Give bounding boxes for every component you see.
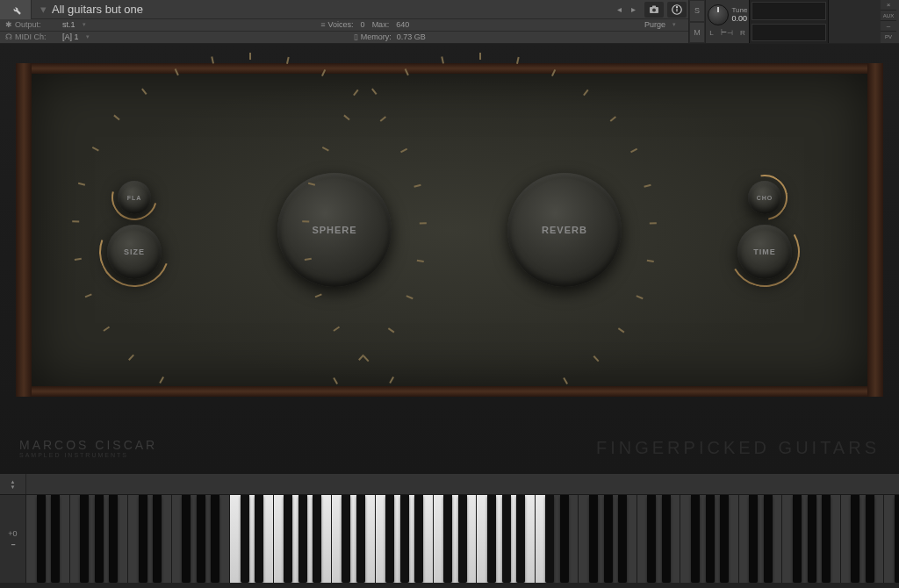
next-instrument-button[interactable]: ▸ <box>627 4 639 16</box>
svg-point-5 <box>676 6 677 7</box>
snapshot-button[interactable] <box>644 2 664 18</box>
voices-label: Voices: <box>328 20 354 29</box>
pan-left-label: L <box>709 29 713 37</box>
midi-label: MIDI Ch: <box>15 32 47 41</box>
aux-button[interactable]: AUX <box>881 11 896 21</box>
memory-label: Memory: <box>361 32 392 41</box>
pan-slider[interactable]: ⊢⊣ <box>721 29 733 37</box>
mute-button[interactable]: M <box>689 22 705 44</box>
info-button[interactable] <box>667 2 687 18</box>
tune-knob[interactable] <box>708 4 729 25</box>
pitch-slider[interactable]: ━ <box>11 541 15 549</box>
output-dropdown-icon[interactable]: ▾ <box>83 21 86 28</box>
svg-rect-2 <box>652 5 656 7</box>
voices-value: 0 <box>361 20 365 29</box>
wrench-button[interactable] <box>0 0 32 19</box>
maker-sub: SAMPLED INSTRUMENTS <box>19 452 157 458</box>
product-name: FINGERPICKED GUITARS <box>596 438 880 458</box>
keyboard[interactable] <box>26 495 899 583</box>
memory-value: 0.73 GB <box>397 32 426 41</box>
max-label: Max: <box>372 20 390 29</box>
kontakt-header: ▾ All guitars but one ◂ ▸ ✱Output: st.1 … <box>0 0 899 44</box>
size-knob[interactable]: SIZE <box>107 225 162 279</box>
purge-dropdown-icon[interactable]: ▾ <box>672 21 676 28</box>
solo-button[interactable]: S <box>689 0 705 22</box>
purge-button[interactable]: Purge <box>644 20 665 29</box>
max-value[interactable]: 640 <box>396 20 409 29</box>
instrument-name[interactable]: ▾ All guitars but one <box>32 3 609 16</box>
time-knob[interactable]: TIME <box>737 225 792 279</box>
svg-point-1 <box>652 8 656 11</box>
tune-value[interactable]: 0.00 <box>732 14 748 23</box>
fla-knob[interactable]: FLA <box>118 181 151 214</box>
pitch-down-icon[interactable]: ▼ <box>11 484 16 490</box>
output-value[interactable]: st.1 <box>62 20 76 29</box>
pan-right-label: R <box>740 29 745 37</box>
midi-dropdown-icon[interactable]: ▾ <box>86 33 90 40</box>
minimize-button[interactable]: – <box>881 21 896 32</box>
midi-value[interactable]: [A] 1 <box>62 32 79 41</box>
cho-knob[interactable]: CHO <box>748 181 781 214</box>
tune-label: Tune <box>732 6 748 14</box>
output-label: Output: <box>15 20 41 29</box>
reverb-knob[interactable]: REVERB <box>507 173 622 287</box>
pitch-label: +0 <box>8 529 17 538</box>
instrument-panel: FLA SIZE SPHERE REVERB <box>0 44 899 474</box>
level-meters <box>749 0 828 43</box>
keyboard-area: ▲ ▼ +0 ━ <box>0 474 899 588</box>
maker-brand: MARCOS CISCAR <box>19 438 157 452</box>
volume-fader[interactable] <box>828 0 881 43</box>
prev-instrument-button[interactable]: ◂ <box>613 4 625 16</box>
close-button[interactable]: × <box>881 0 896 11</box>
pv-button[interactable]: PV <box>881 32 896 42</box>
sphere-knob[interactable]: SPHERE <box>277 173 392 287</box>
